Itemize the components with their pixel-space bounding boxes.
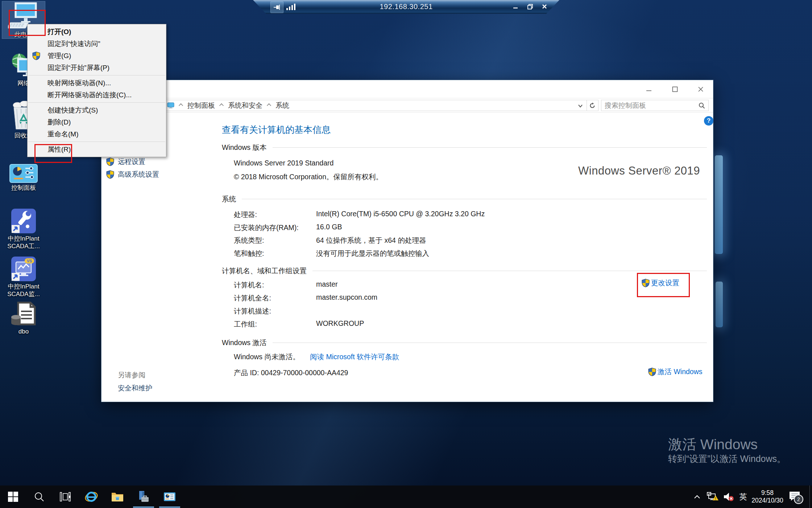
section-rule: [312, 271, 707, 271]
section-windows-version: Windows 版本: [222, 143, 267, 152]
license-terms-link[interactable]: 阅读 Microsoft 软件许可条款: [310, 352, 399, 362]
uac-shield-icon: [106, 170, 114, 179]
breadcrumb-chevron-icon: [179, 103, 183, 108]
desktop-icon-scada-engineering[interactable]: 中控InPlantSCADA工...: [2, 208, 45, 250]
computer-row-value: master: [316, 280, 338, 288]
uac-shield-icon: [648, 368, 656, 376]
menu-item-pin-quick-access[interactable]: 固定到“快速访问”: [28, 38, 166, 50]
rdp-close-button[interactable]: [540, 1, 549, 12]
sidebar-remote-settings[interactable]: 远程设置: [106, 157, 145, 167]
server-manager-button[interactable]: [130, 486, 157, 508]
this-pc-context-menu: 打开(O) 固定到“快速访问” 管理(G) 固定到“开始”屏幕(P) 映射网络驱…: [27, 24, 166, 157]
window-close-button[interactable]: [690, 85, 711, 94]
desktop-icon-control-panel[interactable]: 控制面板: [2, 164, 45, 192]
clock-date: 2024/10/30: [751, 497, 783, 504]
sidebar-advanced-settings[interactable]: 高级系统设置: [106, 170, 159, 179]
control-panel-icon: [2, 164, 45, 183]
action-center-button[interactable]: 2: [785, 486, 805, 508]
search-icon[interactable]: [699, 102, 705, 109]
window-minimize-button[interactable]: [638, 85, 659, 94]
activation-watermark-line2: 转到“设置”以激活 Windows。: [668, 453, 786, 465]
task-view-button[interactable]: [52, 486, 78, 508]
section-computer-name: 计算机名、域和工作组设置: [222, 266, 307, 276]
menu-item-label: 固定到“快速访问”: [47, 40, 100, 48]
breadcrumb[interactable]: 控制面板 系统和安全 系统: [157, 100, 587, 111]
activate-windows-link[interactable]: 激活 Windows: [648, 367, 703, 377]
running-indicator: [159, 507, 180, 508]
internet-explorer-icon: [84, 490, 98, 503]
breadcrumb-chevron-icon: [219, 103, 224, 108]
system-row-label: 已安装的内存(RAM):: [234, 223, 299, 233]
svg-text:VS: VS: [27, 259, 32, 263]
menu-separator: [28, 75, 165, 75]
file-explorer-button[interactable]: [104, 486, 130, 508]
menu-item-label: 重命名(M): [47, 130, 78, 138]
menu-item-properties[interactable]: 属性(R): [28, 143, 166, 155]
section-system: 系统: [222, 194, 236, 204]
system-row-label: 处理器:: [234, 210, 257, 220]
volume-muted-icon[interactable]: [721, 486, 736, 508]
start-button[interactable]: [0, 486, 26, 508]
network-status-icon[interactable]: [704, 486, 721, 508]
activation-status: Windows 尚未激活。: [234, 352, 300, 362]
windows-logo-icon: [8, 492, 18, 502]
desktop-icon-dbo[interactable]: dbo: [2, 301, 45, 335]
see-also-security-link[interactable]: 安全和维护: [118, 384, 152, 393]
desktop-icon-scada-monitor[interactable]: VS 中控InPlantSCADA监...: [2, 256, 45, 298]
search-icon: [34, 492, 44, 502]
taskbar-search-button[interactable]: [26, 486, 52, 508]
breadcrumb-chevron-icon: [267, 103, 271, 108]
menu-item-manage[interactable]: 管理(G): [28, 50, 166, 62]
search-box[interactable]: [601, 100, 709, 111]
desktop-icon-label2: SCADA监...: [7, 291, 40, 298]
ime-indicator[interactable]: 英: [736, 486, 750, 508]
system-row-value: 64 位操作系统，基于 x64 的处理器: [316, 235, 426, 245]
menu-item-delete[interactable]: 删除(D): [28, 116, 166, 128]
task-view-icon: [60, 492, 71, 501]
internet-explorer-button[interactable]: [78, 486, 104, 508]
system-window: 控制面板 系统和安全 系统 ? 远程设置 高级系统设置 另请参阅 安全和维护 查…: [102, 80, 713, 402]
tray-expand-chevron[interactable]: [690, 486, 704, 508]
address-bar-row: 控制面板 系统和安全 系统: [102, 98, 713, 112]
search-input[interactable]: [601, 101, 699, 110]
address-dropdown-chevron-icon[interactable]: [578, 102, 583, 110]
product-id: 产品 ID: 00429-70000-00000-AA429: [234, 368, 348, 378]
help-label: ?: [707, 117, 710, 124]
breadcrumb-system[interactable]: 系统: [276, 101, 289, 110]
rdp-minimize-button[interactable]: [511, 1, 520, 12]
menu-item-label: 创建快捷方式(S): [47, 106, 98, 114]
menu-item-label: 打开(O): [47, 28, 71, 36]
clock-time: 9:58: [751, 489, 783, 497]
page-title: 查看有关计算机的基本信息: [222, 124, 331, 136]
window-maximize-button[interactable]: [664, 85, 685, 94]
change-settings-link[interactable]: 更改设置: [642, 278, 679, 288]
uac-shield-icon: [106, 157, 114, 166]
uac-shield-icon: [642, 279, 650, 287]
breadcrumb-system-security[interactable]: 系统和安全: [228, 101, 262, 110]
menu-item-create-shortcut[interactable]: 创建快捷方式(S): [28, 104, 166, 116]
system-row-value: 16.0 GB: [316, 223, 342, 231]
ime-label: 英: [740, 492, 747, 502]
control-panel-taskbar-button[interactable]: [157, 486, 183, 508]
desktop-icon-label: 中控InPlant: [8, 283, 40, 290]
menu-item-rename[interactable]: 重命名(M): [28, 128, 166, 140]
breadcrumb-control-panel[interactable]: 控制面板: [187, 101, 215, 110]
menu-item-open[interactable]: 打开(O): [28, 26, 166, 38]
running-indicator: [133, 507, 154, 508]
menu-item-map-network-drive[interactable]: 映射网络驱动器(N)...: [28, 77, 166, 89]
desktop-icon-label: 中控InPlant: [8, 235, 40, 242]
rdp-connection-bar[interactable]: 192.168.30.251: [253, 0, 559, 14]
refresh-button[interactable]: [586, 100, 598, 111]
see-also-header: 另请参阅: [118, 370, 145, 380]
menu-item-label: 固定到“开始”屏幕(P): [47, 64, 109, 71]
computer-row-label: 计算机全名:: [234, 293, 271, 303]
show-desktop-strip[interactable]: [809, 486, 810, 508]
help-button[interactable]: ?: [704, 116, 713, 126]
menu-item-pin-start[interactable]: 固定到“开始”屏幕(P): [28, 62, 166, 74]
menu-item-label: 管理(G): [47, 52, 71, 60]
rdp-restore-button[interactable]: [525, 1, 535, 12]
menu-item-disconnect-network-drive[interactable]: 断开网络驱动器的连接(C)...: [28, 89, 166, 101]
taskbar-clock[interactable]: 9:582024/10/30: [750, 486, 785, 508]
system-row-label: 笔和触控:: [234, 249, 264, 258]
windows-edition: Windows Server 2019 Standard: [234, 159, 334, 167]
